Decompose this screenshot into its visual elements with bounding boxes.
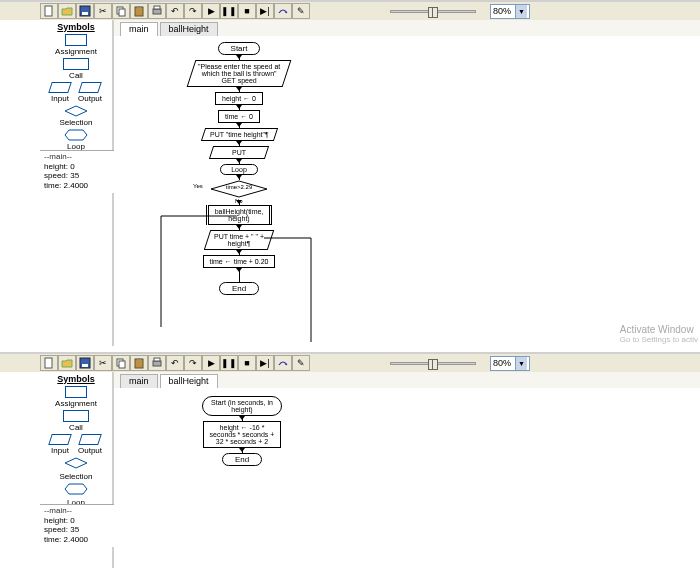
chevron-down-icon[interactable]: ▼ xyxy=(515,357,527,370)
undo-icon[interactable]: ↶ xyxy=(166,355,184,371)
watch-scope-2: --main-- xyxy=(44,506,110,516)
output-label: Output xyxy=(78,446,102,455)
selection-label: Selection xyxy=(60,118,93,127)
svg-rect-7 xyxy=(153,9,161,14)
print-icon[interactable] xyxy=(148,3,166,19)
assignment-shape[interactable] xyxy=(65,386,87,398)
input-label: Input xyxy=(51,94,69,103)
undo-icon[interactable]: ↶ xyxy=(166,3,184,19)
tab-ballheight[interactable]: ballHeight xyxy=(160,22,218,36)
node-loop[interactable]: Loop xyxy=(220,164,258,175)
svg-marker-10 xyxy=(65,130,87,140)
chevron-down-icon[interactable]: ▼ xyxy=(515,5,527,18)
output-shape[interactable] xyxy=(78,82,102,93)
zoom-select-2[interactable]: 80% ▼ xyxy=(490,356,530,371)
raptor-window-main: ✂ ↶ ↷ ▶ ❚❚ ■ ▶| ✎ 80% ▼ Symbols Assignme… xyxy=(0,0,700,346)
step-over-icon[interactable] xyxy=(274,3,292,19)
flowchart-canvas-ballheight[interactable]: Start (in seconds, in height) height ← -… xyxy=(114,388,700,568)
node-bh-start[interactable]: Start (in seconds, in height) xyxy=(202,396,282,416)
speed-slider[interactable] xyxy=(390,10,476,13)
step-over-icon[interactable] xyxy=(274,355,292,371)
node-height-0[interactable]: height ← 0 xyxy=(215,92,263,105)
watch-speed: speed: 35 xyxy=(44,171,110,181)
node-bh-end[interactable]: End xyxy=(222,453,262,466)
svg-rect-18 xyxy=(137,358,141,360)
input-shape[interactable] xyxy=(48,434,72,445)
save-icon[interactable] xyxy=(76,3,94,19)
call-label: Call xyxy=(69,423,83,432)
new-icon[interactable] xyxy=(40,355,58,371)
cut-icon[interactable]: ✂ xyxy=(94,355,112,371)
paste-icon[interactable] xyxy=(130,3,148,19)
node-bh-assign[interactable]: height ← -16 * seconds * seconds + 32 * … xyxy=(203,421,282,448)
selection-shape[interactable] xyxy=(64,457,88,471)
redo-icon[interactable]: ↷ xyxy=(184,355,202,371)
call-shape[interactable] xyxy=(63,410,89,422)
node-time-0[interactable]: time ← 0 xyxy=(218,110,260,123)
output-shape[interactable] xyxy=(78,434,102,445)
speed-slider-2[interactable] xyxy=(390,362,476,365)
tabs-row: main ballHeight xyxy=(114,20,700,36)
label-no: No xyxy=(235,198,243,204)
svg-marker-22 xyxy=(65,484,87,494)
node-get-speed[interactable]: "Please enter the speed at which the bal… xyxy=(186,60,291,87)
copy-icon[interactable] xyxy=(112,3,130,19)
node-start[interactable]: Start xyxy=(218,42,261,55)
print-icon[interactable] xyxy=(148,355,166,371)
cut-icon[interactable]: ✂ xyxy=(94,3,112,19)
activate-windows-watermark: Activate Window Go to Settings to activ xyxy=(620,324,698,344)
label-yes: Yes xyxy=(193,183,203,189)
flowchart-canvas-main[interactable]: Start "Please enter the speed at which t… xyxy=(114,36,700,346)
watch-height-2: height: 0 xyxy=(44,516,110,526)
call-shape[interactable] xyxy=(63,58,89,70)
tab-main[interactable]: main xyxy=(120,22,158,36)
pause-icon[interactable]: ❚❚ xyxy=(220,3,238,19)
tab-main-2[interactable]: main xyxy=(120,374,158,388)
play-icon[interactable]: ▶ xyxy=(202,355,220,371)
tabs-row-2: main ballHeight xyxy=(114,372,700,388)
redo-icon[interactable]: ↷ xyxy=(184,3,202,19)
svg-rect-20 xyxy=(154,358,160,361)
copy-icon[interactable] xyxy=(112,355,130,371)
stop-icon[interactable]: ■ xyxy=(238,355,256,371)
input-shape[interactable] xyxy=(48,82,72,93)
tab-ballheight-2[interactable]: ballHeight xyxy=(160,374,218,388)
toolbar-2: ✂ ↶ ↷ ▶ ❚❚ ■ ▶| ✎ 80% ▼ xyxy=(0,354,700,372)
call-label: Call xyxy=(69,71,83,80)
save-icon[interactable] xyxy=(76,355,94,371)
open-icon[interactable] xyxy=(58,355,76,371)
assignment-label: Assignment xyxy=(55,399,97,408)
svg-marker-9 xyxy=(65,106,87,116)
toolbar: ✂ ↶ ↷ ▶ ❚❚ ■ ▶| ✎ 80% ▼ xyxy=(0,2,700,20)
zoom-value-2: 80% xyxy=(493,358,511,368)
pencil-icon[interactable]: ✎ xyxy=(292,355,310,371)
assignment-shape[interactable] xyxy=(65,34,87,46)
paste-icon[interactable] xyxy=(130,355,148,371)
svg-rect-0 xyxy=(45,6,52,16)
selection-label: Selection xyxy=(60,472,93,481)
node-put-header[interactable]: PUT "time height"¶ xyxy=(200,128,277,141)
zoom-select[interactable]: 80% ▼ xyxy=(490,4,530,19)
svg-rect-6 xyxy=(137,6,141,8)
loop-shape[interactable] xyxy=(64,129,88,141)
symbols-header-2: Symbols xyxy=(57,374,95,384)
node-condition[interactable]: time>2.29 xyxy=(209,184,269,190)
pause-icon[interactable]: ❚❚ xyxy=(220,355,238,371)
stop-icon[interactable]: ■ xyxy=(238,3,256,19)
svg-rect-16 xyxy=(119,361,125,368)
input-label: Input xyxy=(51,446,69,455)
selection-shape[interactable] xyxy=(64,105,88,117)
svg-rect-5 xyxy=(135,7,143,16)
step-icon[interactable]: ▶| xyxy=(256,3,274,19)
open-icon[interactable] xyxy=(58,3,76,19)
new-icon[interactable] xyxy=(40,3,58,19)
play-icon[interactable]: ▶ xyxy=(202,3,220,19)
step-icon[interactable]: ▶| xyxy=(256,355,274,371)
zoom-value: 80% xyxy=(493,6,511,16)
symbols-header: Symbols xyxy=(57,22,95,32)
variable-watch-2: --main-- height: 0 speed: 35 time: 2.400… xyxy=(40,504,114,547)
node-put-blank[interactable]: PUT xyxy=(209,146,269,159)
svg-rect-17 xyxy=(135,359,143,368)
loop-shape[interactable] xyxy=(64,483,88,497)
pencil-icon[interactable]: ✎ xyxy=(292,3,310,19)
